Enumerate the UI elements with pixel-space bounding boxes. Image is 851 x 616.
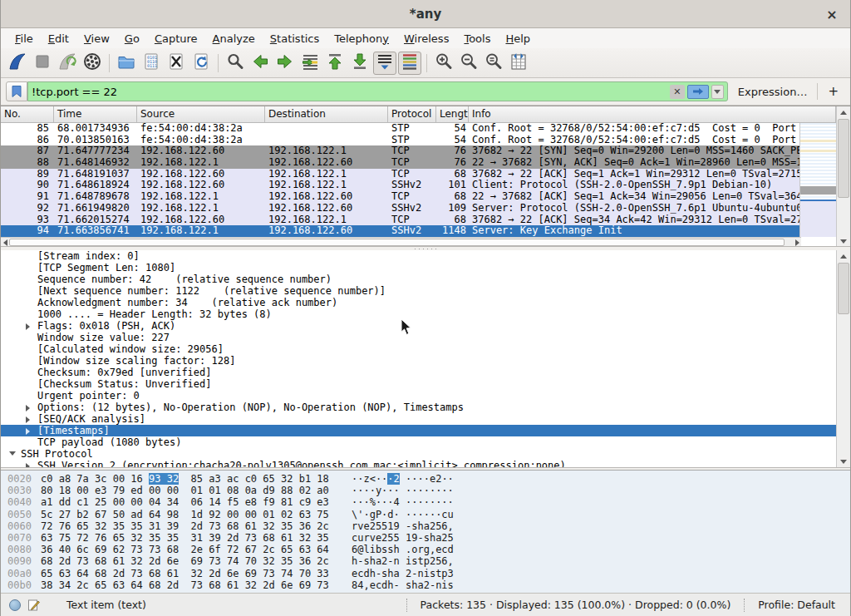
packet-row-89[interactable]: 8971.648191037192.168.122.60192.168.122.…: [1, 169, 801, 180]
expand-arrow-icon[interactable]: [26, 323, 30, 330]
menu-tools[interactable]: Tools: [456, 30, 498, 47]
detail-line[interactable]: [Stream index: 0]: [1, 250, 850, 262]
go-to-packet-button[interactable]: [298, 52, 322, 75]
scroll-down-icon[interactable]: [837, 235, 850, 247]
resize-columns-button[interactable]: [507, 52, 530, 75]
zoom-out-button[interactable]: [457, 52, 480, 75]
hex-bytes[interactable]: 65 63 64 68 2d 73 68 61 32 2d 6e 69 73 7…: [41, 568, 352, 579]
packet-row-87[interactable]: 8771.647777234192.168.122.60192.168.122.…: [1, 145, 801, 157]
menu-analyze[interactable]: Analyze: [205, 30, 263, 47]
hex-bytes[interactable]: 72 76 65 32 35 35 31 39 2d 73 68 61 32 3…: [41, 520, 352, 532]
reload-file-button[interactable]: [189, 52, 213, 75]
auto-scroll-toggle[interactable]: [373, 52, 396, 75]
hex-row-0080[interactable]: 008036 40 6c 69 62 73 73 68 2e 6f 72 67 …: [1, 544, 850, 555]
details-vscroll-thumb[interactable]: [838, 263, 849, 314]
hex-bytes[interactable]: 5c 27 b2 67 50 ad 64 98 1d 92 00 00 01 0…: [41, 509, 352, 520]
packet-row-94[interactable]: 9471.663856741192.168.122.1192.168.122.6…: [1, 225, 801, 237]
hex-ascii[interactable]: curve255 19-sha25: [352, 532, 454, 544]
capture-options-button[interactable]: [81, 52, 104, 75]
collapse-arrow-icon[interactable]: [9, 451, 16, 456]
menu-help[interactable]: Help: [498, 30, 538, 47]
save-file-button[interactable]: 010101100111: [140, 52, 163, 75]
packet-row-86[interactable]: 8670.013850163fe:54:00:d4:38:2aSTP54Conf…: [1, 135, 801, 146]
packet-row-88[interactable]: 8871.648146932192.168.122.1192.168.122.6…: [1, 157, 801, 169]
display-filter-input[interactable]: !tcp.port == 22 ✕: [27, 81, 728, 101]
details-vscrollbar[interactable]: [836, 250, 850, 467]
packet-minimap-scrollbar[interactable]: [799, 123, 836, 237]
detail-line[interactable]: [Checksum Status: Unverified]: [1, 378, 850, 390]
menu-file[interactable]: File: [7, 30, 41, 47]
hex-bytes[interactable]: a1 dd c1 25 00 00 04 34 06 14 f5 e8 f9 8…: [41, 496, 352, 508]
find-packet-button[interactable]: [224, 52, 247, 75]
filter-apply-icon[interactable]: [687, 85, 709, 99]
open-file-button[interactable]: [115, 52, 138, 75]
packet-list-vscrollbar[interactable]: [836, 106, 850, 247]
packet-row-93[interactable]: 9371.662015274192.168.122.60192.168.122.…: [1, 214, 801, 226]
menu-edit[interactable]: Edit: [41, 30, 76, 47]
detail-line[interactable]: Window size value: 227: [1, 332, 850, 343]
detail-line[interactable]: [Window size scaling factor: 128]: [1, 355, 850, 367]
go-back-button[interactable]: [248, 52, 272, 75]
title-bar[interactable]: *any ×: [1, 0, 850, 28]
detail-line[interactable]: [Next sequence number: 1122 (relative se…: [1, 285, 850, 297]
hex-row-0090[interactable]: 009068 2d 73 68 61 32 2d 6e 69 73 74 70 …: [1, 555, 850, 567]
detail-line[interactable]: 1000 .... = Header Length: 32 bytes (8): [1, 308, 850, 320]
filter-bookmark-button[interactable]: [6, 81, 27, 101]
column-header-protocol[interactable]: Protocol: [388, 106, 436, 122]
expand-arrow-icon[interactable]: [26, 463, 30, 467]
menu-wireless[interactable]: Wireless: [396, 30, 456, 47]
detail-line[interactable]: Checksum: 0x79ed [unverified]: [1, 367, 850, 378]
hex-bytes[interactable]: 80 18 00 e3 79 ed 00 00 01 01 08 0a d9 8…: [41, 485, 352, 496]
stop-capture-button[interactable]: [31, 52, 54, 75]
go-last-button[interactable]: [348, 52, 371, 75]
column-header-source[interactable]: Source: [137, 106, 265, 122]
hex-ascii[interactable]: ecdh-sha 2-nistp3: [352, 568, 454, 579]
detail-line[interactable]: Sequence number: 42 (relative sequence n…: [1, 274, 850, 285]
hex-row-00b0[interactable]: 00b038 34 2c 65 63 64 68 2d 73 68 61 32 …: [1, 579, 850, 591]
detail-line[interactable]: [Calculated window size: 29056]: [1, 343, 850, 355]
hex-ascii[interactable]: \'·gP·d· ······cu: [352, 509, 454, 520]
scroll-up-icon[interactable]: [837, 106, 850, 118]
hex-row-0070[interactable]: 007063 75 72 76 65 32 35 35 31 39 2d 73 …: [1, 532, 850, 544]
expert-info-icon[interactable]: [9, 599, 21, 611]
filter-history-dropdown[interactable]: [711, 85, 724, 99]
hex-bytes[interactable]: c0 a8 7a 3c 00 16 93 32 85 a3 ac c0 65 3…: [41, 473, 352, 485]
menu-capture[interactable]: Capture: [147, 30, 205, 47]
hex-bytes[interactable]: 68 2d 73 68 61 32 2d 6e 69 73 74 70 32 3…: [41, 555, 352, 567]
detail-line[interactable]: SSH Version 2 (encryption:chacha20-poly1…: [1, 460, 850, 467]
expand-arrow-icon[interactable]: [26, 416, 30, 423]
expand-arrow-icon[interactable]: [26, 428, 30, 435]
menu-statistics[interactable]: Statistics: [263, 30, 327, 47]
hex-row-0060[interactable]: 006072 76 65 32 35 35 31 39 2d 73 68 61 …: [1, 520, 850, 532]
hex-row-0040[interactable]: 0040a1 dd c1 25 00 00 04 34 06 14 f5 e8 …: [1, 496, 850, 508]
go-first-button[interactable]: [323, 52, 347, 75]
packet-row-90[interactable]: 9071.648618924192.168.122.60192.168.122.…: [1, 180, 801, 191]
menu-telephony[interactable]: Telephony: [327, 30, 396, 47]
detail-line[interactable]: Acknowledgment number: 34 (relative ack …: [1, 297, 850, 308]
detail-line[interactable]: [Timestamps]: [1, 425, 850, 436]
hex-ascii[interactable]: 84,ecdh- sha2-nis: [352, 579, 454, 591]
close-file-button[interactable]: [165, 52, 188, 75]
hex-bytes[interactable]: 38 34 2c 65 63 64 68 2d 73 68 61 32 2d 6…: [41, 579, 352, 591]
packet-row-92[interactable]: 9271.661949820192.168.122.1192.168.122.6…: [1, 203, 801, 214]
column-header-destination[interactable]: Destination: [265, 106, 388, 122]
hex-ascii[interactable]: ····y··· ········: [352, 485, 454, 496]
detail-line[interactable]: [SEQ/ACK analysis]: [1, 413, 850, 425]
hex-ascii[interactable]: ···%···4 ········: [352, 496, 454, 508]
detail-line[interactable]: SSH Protocol: [1, 448, 850, 460]
hex-bytes[interactable]: 63 75 72 76 65 32 35 35 31 39 2d 73 68 6…: [41, 532, 352, 544]
menu-go[interactable]: Go: [117, 30, 147, 47]
hex-row-0030[interactable]: 003080 18 00 e3 79 ed 00 00 01 01 08 0a …: [1, 485, 850, 496]
column-header-time[interactable]: Time: [54, 106, 137, 122]
hex-row-0020[interactable]: 0020c0 a8 7a 3c 00 16 93 32 85 a3 ac c0 …: [1, 473, 850, 485]
column-header-no[interactable]: No.: [1, 106, 54, 122]
hex-ascii[interactable]: h-sha2-n istp256,: [352, 555, 454, 567]
detail-line[interactable]: Options: (12 bytes), No-Operation (NOP),…: [1, 402, 850, 413]
scroll-down-icon[interactable]: [837, 456, 850, 467]
packet-row-91[interactable]: 9171.648789678192.168.122.1192.168.122.6…: [1, 191, 801, 203]
zoom-reset-button[interactable]: [482, 52, 505, 75]
profile-text[interactable]: Profile: Default: [751, 599, 842, 611]
close-icon[interactable]: ×: [824, 6, 840, 22]
colorize-toggle[interactable]: [398, 52, 421, 75]
go-forward-button[interactable]: [273, 52, 297, 75]
